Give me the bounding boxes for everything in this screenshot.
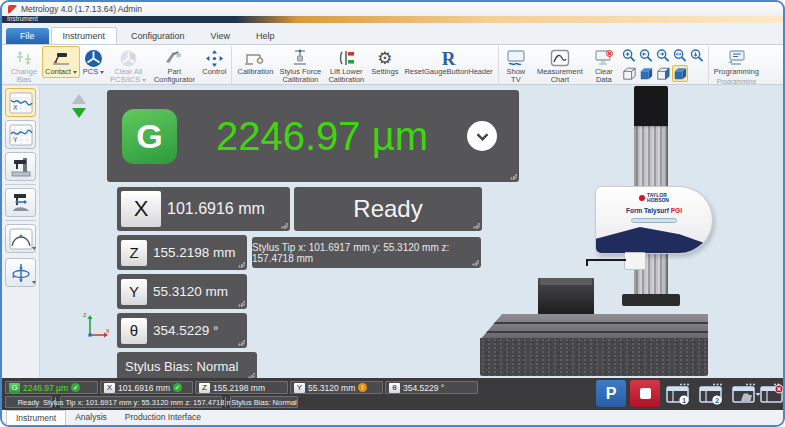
stop-icon [640,388,651,399]
workspace-tab-instrument[interactable]: Instrument [6,410,66,425]
z-axis-panel: Z 155.2198 mm [117,235,247,270]
contact-dropdown-icon [73,71,77,74]
zoom-reset-icon[interactable] [689,47,705,64]
clear-data-button[interactable]: Clear Data [589,46,619,85]
theta-axis-chip: θ [121,318,147,344]
status-panel: Ready [294,187,482,231]
tab-configuration[interactable]: Configuration [119,27,197,44]
group-label-programming: Programming [711,78,762,85]
lift-lower-calibration-button[interactable]: Lift Lower Calibration [324,46,368,85]
measurement-chart-button[interactable]: Measurement Chart [531,46,589,85]
pcs-button[interactable]: PCS [80,46,107,78]
window-2-button[interactable]: 2 [696,380,726,407]
app-menu-label[interactable]: Instrument [7,15,38,22]
zoom-tool-grid [621,47,705,82]
machine-brand: TAYLOR HOBSON [647,193,669,204]
zoom-in-icon[interactable] [621,47,637,64]
statusbar-gauge-chip: G [9,383,20,393]
x-axis-panel: X 101.6916 mm [117,187,290,231]
arc-view-dropdown-icon[interactable] [32,247,36,250]
statusbar-y-segment: Y 55.3120 mm ! [290,381,383,394]
x-axis-chip: X [121,191,161,227]
statusbar-y-value: 55.3120 mm [308,383,355,393]
statusbar-stylus-bias: Stylus Bias: Normal [230,396,298,408]
stylus-force-calibration-button[interactable]: Stylus Force Calibration [276,46,324,85]
zoom-out-right-icon[interactable] [655,47,671,64]
show-tv-label: Show TV [504,68,528,84]
width-measure-view-button[interactable] [5,188,36,217]
toolbar-divider [5,184,36,185]
clear-all-pcs-ics-button[interactable]: Clear All PCS/ICS [107,46,149,85]
part-configurator-button[interactable]: Part Configurator [149,46,199,85]
instrument-view-button[interactable] [5,152,36,181]
ok-status-icon: ✓ [71,383,80,392]
machine-column-cap [634,86,668,128]
clear-data-label: Clear Data [592,68,616,84]
tab-help[interactable]: Help [244,27,287,44]
change-bias-label: Change Bias [9,68,39,84]
svg-text:X: X [13,104,18,111]
view-shaded-icon[interactable] [672,65,688,82]
y-axis-chip: Y [121,279,147,305]
programming-button[interactable]: Programming [711,46,762,78]
x-profile-view-button[interactable]: X [5,88,36,117]
change-bias-button[interactable]: Change Bias [6,46,42,85]
window-1-button[interactable]: 1 [663,380,693,407]
machine-model: Form Talysurf PGI [596,207,712,214]
view-wireframe-icon[interactable] [621,65,637,82]
view-mixed-icon[interactable] [655,65,671,82]
calibration-button[interactable]: Calibration [234,46,276,78]
tab-file[interactable]: File [6,28,49,44]
lower-down-icon[interactable] [72,108,86,118]
y-profile-view-button[interactable]: Y [5,120,36,149]
view-solid-icon[interactable] [638,65,654,82]
rotary-view-dropdown-icon[interactable] [32,281,36,284]
calibration-icon [244,48,266,68]
control-button[interactable]: Control [199,46,229,78]
stop-button[interactable] [630,380,660,407]
reset-gauge-button[interactable]: R ResetGaugeButtonHeader [401,46,495,78]
tab-view[interactable]: View [199,27,242,44]
show-tv-button[interactable]: Show TV [501,46,531,85]
lift-up-icon[interactable] [72,94,86,104]
arc-view-button[interactable] [5,224,36,253]
warning-status-icon: ! [358,383,367,392]
programming-label: Programming [714,68,759,76]
instrument-3d-viewport[interactable]: TAYLOR HOBSON Form Talysurf PGI [462,86,783,378]
pause-button[interactable]: P [596,380,626,407]
lift-lower-calibration-label: Lift Lower Calibration [327,68,365,84]
stylus-force-calibration-icon [291,48,309,68]
rotary-view-button[interactable] [5,258,36,287]
workspace-tab-analysis[interactable]: Analysis [66,410,116,425]
statusbar-gauge-segment: G 2246.97 µm ✓ [5,381,98,394]
machine-head-underside [596,227,712,253]
stylus-force-calibration-label: Stylus Force Calibration [279,68,321,84]
part-configurator-icon [165,48,184,68]
axes-z-label: z [83,311,87,318]
statusbar-theta-segment: θ 354.5229 ° [385,381,478,394]
control-label: Control [202,68,226,76]
theta-axis-value: 354.5229 ° [153,323,218,338]
statusbar-y-chip: Y [294,383,305,393]
statusbar-x-chip: X [104,383,115,393]
settings-button[interactable]: ⚙ Settings [368,46,401,78]
contact-icon [51,48,71,68]
zoom-out-left-icon[interactable] [638,47,654,64]
tab-instrument[interactable]: Instrument [51,27,118,44]
statusbar-stylus-tip: Stylus Tip x: 101.6917 mm y: 55.3120 mm … [60,396,222,408]
statusbar-x-segment: X 101.6916 mm ✓ [100,381,193,394]
pcs-label: PCS [83,68,104,76]
window-close-button[interactable] [759,380,785,407]
main-view: X Y [2,86,783,378]
statusbar-gauge-value: 2246.97 µm [23,383,68,393]
zoom-extents-icon[interactable] [672,47,688,64]
machine-display-slot [631,218,677,223]
show-tv-icon [506,48,526,68]
group-gauge: Calibration Stylus Force Calibration Lif… [232,46,498,84]
statusbar-x-value: 101.6916 mm [118,383,170,393]
workspace-tab-production[interactable]: Production Interface [116,410,210,425]
change-bias-icon [15,48,33,68]
z-axis-chip: Z [121,240,147,266]
status-bar: G 2246.97 µm ✓ X 101.6916 mm ✓ Z 155.219… [2,378,783,410]
contact-button[interactable]: Contact [42,46,80,78]
